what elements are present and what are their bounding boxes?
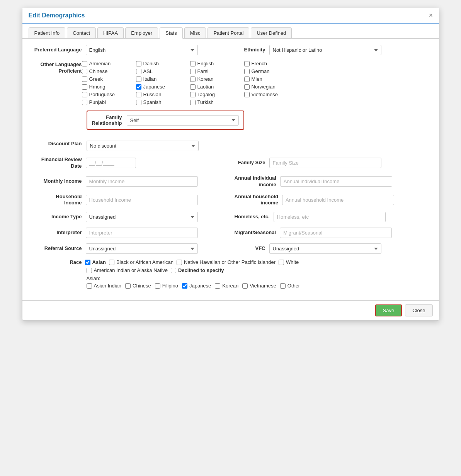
homeless-label: Homeless, etc.: [235, 214, 270, 220]
lang-tagalog: Tagalog: [190, 92, 236, 97]
lang-vietnamese-cb[interactable]: [244, 92, 250, 97]
interpreter-group: Interpreter: [32, 228, 227, 238]
family-size-group: Family Size: [235, 156, 430, 170]
tab-patient-portal[interactable]: Patient Portal: [208, 27, 249, 38]
lang-col-3: English Farsi Korean Laotian Tagalog Tur…: [190, 61, 236, 105]
ethnicity-select[interactable]: Not Hispanic or Latino: [269, 45, 381, 55]
race-white: White: [279, 259, 299, 265]
lang-turkish-cb[interactable]: [190, 100, 196, 105]
modal-body: Preferred Language English Ethnicity Not…: [22, 39, 439, 300]
lang-norwegian: Norwegian: [244, 84, 291, 90]
lang-japanese: Japanese: [136, 84, 182, 90]
lang-german-cb[interactable]: [244, 69, 250, 74]
preferred-language-select[interactable]: English: [86, 45, 198, 55]
lang-laotian-cb[interactable]: [190, 84, 196, 90]
lang-armenian-cb[interactable]: [82, 61, 87, 66]
preferred-language-group: Preferred Language English: [32, 45, 227, 55]
vfc-group: VFC Unassigned: [235, 243, 430, 254]
referral-source-group: Referral Source Unassigned: [32, 243, 227, 254]
lang-korean-cb[interactable]: [190, 76, 196, 82]
migrant-group: Migrant/Seasonal: [235, 228, 430, 238]
tab-employer[interactable]: Employer: [125, 27, 158, 38]
homeless-input[interactable]: [274, 212, 386, 222]
tab-patient-info[interactable]: Patient Info: [29, 27, 66, 38]
race-asian: Asian: [85, 259, 106, 265]
lang-german: German: [244, 68, 291, 74]
race-pacific-cb[interactable]: [177, 260, 182, 265]
lang-italian-cb[interactable]: [136, 76, 141, 82]
annual-household-input[interactable]: [282, 195, 394, 205]
asian-indian-cb[interactable]: [87, 283, 92, 289]
ethnicity-group: Ethnicity Not Hispanic or Latino: [235, 45, 430, 55]
lang-spanish-cb[interactable]: [136, 100, 141, 105]
save-button[interactable]: Save: [375, 304, 402, 316]
family-relationship-select[interactable]: Self: [127, 115, 239, 126]
lang-japanese-cb[interactable]: [136, 84, 141, 90]
race-black-cb[interactable]: [109, 260, 114, 265]
race-white-cb[interactable]: [279, 260, 284, 265]
lang-turkish: Turkish: [190, 99, 236, 105]
asian-indian: Asian Indian: [87, 283, 122, 289]
interpreter-input[interactable]: [86, 228, 198, 238]
asian-korean: Korean: [215, 283, 238, 289]
discount-plan-select[interactable]: No discount: [87, 141, 199, 151]
asian-filipino-cb[interactable]: [155, 283, 160, 289]
lang-english-cb[interactable]: [190, 61, 196, 66]
monthly-income-input[interactable]: [86, 176, 198, 187]
asian-japanese-cb[interactable]: [182, 283, 187, 289]
tab-misc[interactable]: Misc: [184, 27, 206, 38]
vfc-select[interactable]: Unassigned: [269, 243, 381, 254]
migrant-label: Migrant/Seasonal: [235, 230, 276, 236]
lang-norwegian-cb[interactable]: [244, 84, 250, 90]
tab-user-defined[interactable]: User Defined: [251, 27, 292, 38]
race-pacific: Native Hawaiian or Other Pacific Islande…: [177, 259, 276, 265]
race-american-indian-cb[interactable]: [87, 268, 92, 273]
race-declined-cb[interactable]: [171, 268, 176, 273]
race-section: Race Asian Black or African American Nat…: [32, 259, 430, 289]
lang-korean: Korean: [190, 76, 236, 82]
monthly-income-label: Monthly Income: [32, 178, 82, 185]
tab-hipaa[interactable]: HIPAA: [97, 27, 124, 38]
lang-mien: Mien: [244, 76, 291, 82]
lang-chinese-cb[interactable]: [82, 69, 87, 74]
household-income-input[interactable]: [86, 195, 198, 205]
annual-individual-input[interactable]: [280, 176, 392, 187]
lang-mien-cb[interactable]: [244, 76, 250, 82]
lang-portuguese: Portuguese: [82, 92, 128, 97]
asian-korean-cb[interactable]: [215, 283, 220, 289]
interpreter-label: Interpreter: [32, 230, 82, 236]
lang-asl-cb[interactable]: [136, 69, 141, 74]
lang-vietnamese: Vietnamese: [244, 92, 291, 97]
race-asian-cb[interactable]: [85, 260, 90, 265]
financial-review-input[interactable]: [86, 158, 136, 168]
referral-source-label: Referral Source: [32, 245, 82, 252]
financial-family-row: Financial ReviewDate Family Size: [32, 156, 430, 170]
lang-tagalog-cb[interactable]: [190, 92, 196, 97]
annual-household-group: Annual householdincome: [235, 194, 430, 207]
family-size-input[interactable]: [269, 158, 381, 168]
close-x-button[interactable]: ×: [429, 12, 432, 19]
lang-danish-cb[interactable]: [136, 61, 141, 66]
asian-other-cb[interactable]: [280, 283, 286, 289]
asian-vietnamese-cb[interactable]: [242, 283, 248, 289]
income-type-select[interactable]: Unassigned: [86, 212, 198, 222]
referral-vfc-row: Referral Source Unassigned VFC Unassigne…: [32, 243, 430, 254]
asian-chinese-cb[interactable]: [125, 283, 131, 289]
lang-hmong: Hmong: [82, 84, 128, 90]
tab-stats[interactable]: Stats: [160, 27, 183, 39]
lang-portuguese-cb[interactable]: [82, 92, 87, 97]
lang-greek-cb[interactable]: [82, 76, 87, 82]
tab-contact[interactable]: Contact: [67, 27, 96, 38]
race-row-2: American Indian or Alaska Native Decline…: [87, 267, 430, 273]
migrant-input[interactable]: [280, 228, 392, 238]
lang-chinese: Chinese: [82, 68, 128, 74]
referral-source-select[interactable]: Unassigned: [86, 243, 198, 254]
lang-punjabi-cb[interactable]: [82, 100, 87, 105]
lang-spanish: Spanish: [136, 99, 182, 105]
lang-hmong-cb[interactable]: [82, 84, 87, 90]
lang-french-cb[interactable]: [244, 61, 250, 66]
lang-farsi-cb[interactable]: [190, 69, 196, 74]
lang-russian-cb[interactable]: [136, 92, 141, 97]
close-button[interactable]: Close: [405, 304, 432, 316]
household-income-group: HouseholdIncome: [32, 194, 227, 207]
